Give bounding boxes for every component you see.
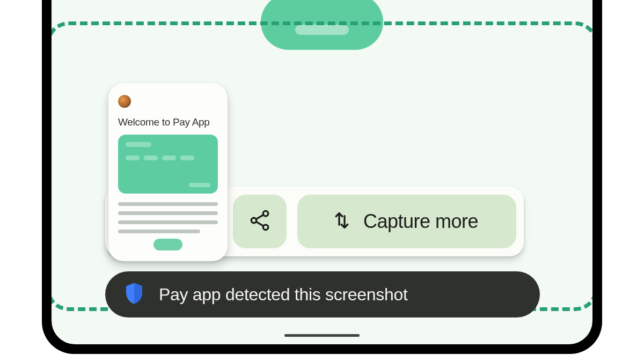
svg-line-4 <box>256 221 264 226</box>
placeholder-line <box>118 202 218 206</box>
placeholder-line <box>118 211 218 215</box>
placeholder-line <box>118 220 218 224</box>
placeholder-line <box>118 230 200 233</box>
capture-more-label: Capture more <box>363 210 478 233</box>
shield-icon <box>125 282 144 307</box>
share-icon <box>248 209 272 234</box>
thumbnail-title: Welcome to Pay App <box>118 116 218 128</box>
thumbnail-home-pill <box>153 239 182 250</box>
app-preview-pill[interactable] <box>261 0 383 50</box>
svg-line-3 <box>256 215 264 219</box>
share-button[interactable] <box>233 195 287 248</box>
phone-screen: Capture more Welcome to Pay App <box>52 0 592 344</box>
pill-inner-indicator <box>295 25 349 35</box>
phone-frame: Capture more Welcome to Pay App <box>42 0 602 354</box>
avatar <box>118 95 131 108</box>
snackbar-message: Pay app detected this screenshot <box>159 285 408 305</box>
expand-arrows-icon <box>331 210 353 233</box>
pay-card-preview <box>118 135 218 194</box>
navigation-handle[interactable] <box>284 334 360 337</box>
capture-more-button[interactable]: Capture more <box>297 195 516 248</box>
screenshot-thumbnail[interactable]: Welcome to Pay App <box>108 83 228 261</box>
screenshot-detection-snackbar: Pay app detected this screenshot <box>105 271 540 317</box>
